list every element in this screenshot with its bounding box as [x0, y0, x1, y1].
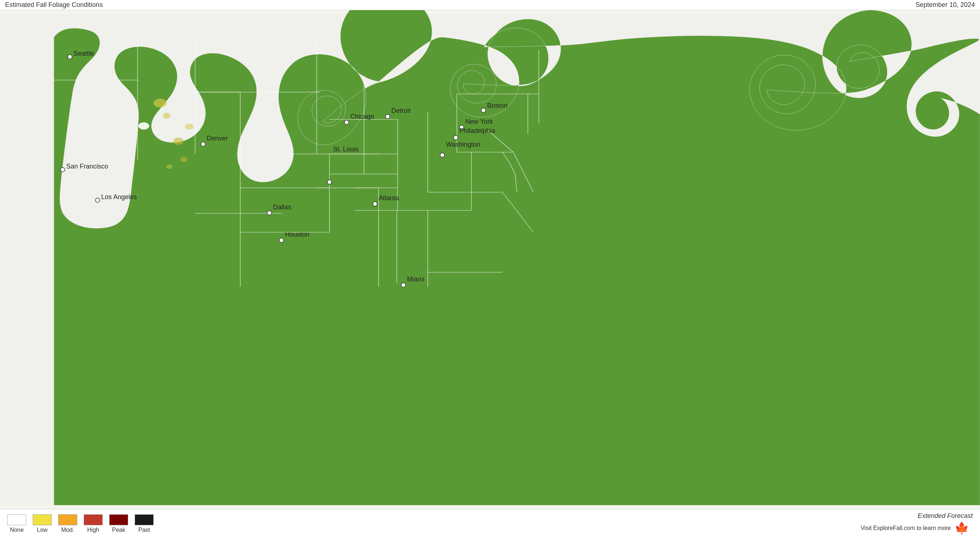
legend-label-past: Past: [138, 527, 150, 533]
city-label-seattle: Seattle: [73, 50, 94, 57]
city-label-st-louis: St. Louis: [333, 146, 359, 153]
svg-point-47: [180, 157, 188, 162]
city-dot-detroit: [385, 114, 390, 119]
legend-swatch-low: [33, 514, 52, 525]
svg-point-44: [163, 113, 170, 119]
legend-label-high: High: [88, 527, 99, 533]
city-dot-seattle: [68, 55, 72, 59]
page-footer: None Low Mod. High Peak Past Extended Fo…: [0, 509, 980, 538]
city-label-chicago: Chicago: [350, 113, 374, 120]
city-label-boston: Boston: [487, 102, 508, 109]
footer-right: Extended Forecast Visit ExploreFall.com …: [861, 512, 973, 535]
legend-label-mod: Mod.: [61, 527, 74, 533]
legend-swatch-peak: [109, 514, 128, 525]
legend-item-mod: Mod.: [58, 514, 77, 533]
city-label-houston: Houston: [285, 231, 309, 238]
city-dot-dallas: [267, 211, 272, 215]
legend-item-high: High: [84, 514, 103, 533]
legend-item-none: None: [7, 514, 26, 533]
city-dot-denver: [201, 142, 205, 146]
city-label-new-york: New York: [465, 118, 493, 125]
city-label-denver: Denver: [207, 135, 228, 142]
map-container: Seattle San Francisco Los Angeles Denver…: [0, 10, 980, 509]
svg-point-46: [173, 138, 183, 145]
legend-swatch-mod: [58, 514, 77, 525]
svg-point-43: [154, 99, 167, 107]
extended-forecast-label: Extended Forecast: [918, 512, 973, 520]
svg-point-45: [185, 124, 194, 130]
legend-swatch-high: [84, 514, 103, 525]
page-title: Estimated Fall Foliage Conditions: [5, 1, 103, 9]
page-header: Estimated Fall Foliage Conditions Septem…: [0, 0, 980, 10]
maple-leaf-icon: 🍁: [955, 521, 969, 535]
legend-swatch-none: [7, 514, 26, 525]
city-label-los-angeles: Los Angeles: [101, 193, 137, 201]
legend-label-low: Low: [37, 527, 47, 533]
city-dot-washington: [440, 153, 444, 157]
legend-label-peak: Peak: [112, 527, 125, 533]
legend-item-past: Past: [135, 514, 154, 533]
city-label-dallas: Dallas: [273, 204, 291, 211]
city-dot-boston: [481, 108, 486, 113]
city-label-washington: Washington: [446, 141, 480, 148]
visit-text-label: Visit ExploreFall.com to learn more: [861, 525, 951, 532]
city-label-detroit: Detroit: [391, 107, 410, 114]
header-date: September 10, 2024: [916, 1, 975, 9]
city-dot-st-louis: [327, 180, 332, 184]
legend: None Low Mod. High Peak Past: [7, 514, 160, 533]
city-label-atlanta: Atlanta: [379, 194, 399, 202]
legend-label-none: None: [10, 527, 24, 533]
city-dot-chicago: [344, 120, 349, 124]
legend-item-peak: Peak: [109, 514, 128, 533]
city-label-philadelphia: Philadelphia: [460, 127, 495, 134]
city-label-san-francisco: San Francisco: [66, 163, 108, 170]
svg-point-48: [166, 164, 172, 169]
legend-swatch-past: [135, 514, 154, 525]
city-dot-miami: [401, 283, 406, 287]
city-label-miami: Miami: [407, 275, 425, 283]
city-dot-houston: [279, 238, 283, 242]
city-dot-san-francisco: [60, 167, 65, 172]
svg-point-49: [138, 122, 149, 130]
city-dot-los-angeles: [95, 198, 100, 202]
city-dot-philadelphia: [453, 135, 458, 140]
legend-item-low: Low: [33, 514, 52, 533]
city-dot-atlanta: [373, 202, 377, 206]
